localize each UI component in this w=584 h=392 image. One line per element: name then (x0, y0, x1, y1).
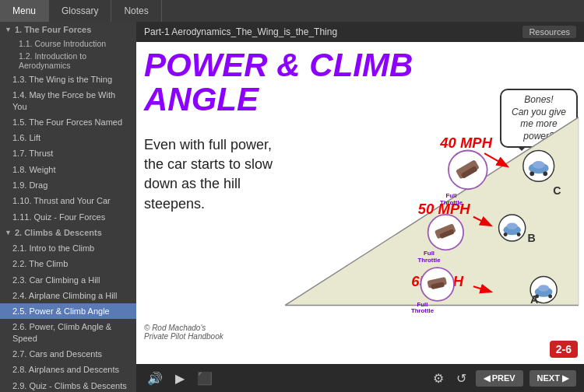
svg-point-33 (538, 285, 549, 292)
sidebar-item-lift[interactable]: 1.6. Lift (0, 130, 136, 145)
sidebar-item-four-forces-named[interactable]: 1.5. The Four Forces Named (0, 114, 136, 130)
nav-controls: ⚙ ↺ ◀ PREV NEXT ▶ (430, 369, 576, 387)
main-area: ▼ 1. The Four Forces 1.1. Course Introdu… (0, 22, 584, 392)
top-tabs: Menu Glossary Notes (0, 0, 584, 22)
svg-point-11 (533, 161, 545, 169)
svg-text:40 MPH: 40 MPH (439, 135, 492, 151)
content-title: Part-1 Aerodynamics_The_Wing_is_the_Thin… (144, 26, 337, 37)
sidebar-item-intro-aero[interactable]: 1.2. Introduction to Aerodynamics (0, 50, 136, 72)
sidebar-item-car-climbing[interactable]: 2.3. Car Climbing a Hill (0, 272, 136, 288)
sidebar-item-quiz-climbs[interactable]: 2.9. Quiz - Climbs & Descents (0, 378, 136, 392)
svg-text:Throttle: Throttle (440, 199, 463, 206)
slide-content: POWER & CLIMB ANGLE Even with full power… (136, 42, 584, 364)
sidebar-item-thrust-car[interactable]: 1.10. Thrust and Your Car (0, 193, 136, 208)
refresh-icon[interactable]: ↺ (453, 369, 470, 387)
stop-button[interactable]: ⬛ (194, 369, 216, 387)
sidebar-item-course-intro[interactable]: 1.1. Course Introduction (0, 37, 136, 50)
tab-menu[interactable]: Menu (0, 0, 49, 22)
sidebar-item-cars-descents[interactable]: 2.7. Cars and Descents (0, 346, 136, 362)
slide-area: POWER & CLIMB ANGLE Even with full power… (136, 42, 584, 364)
media-controls: 🔊 ▶ ⬛ (144, 369, 216, 387)
svg-point-23 (504, 233, 508, 236)
slide-body-text: Even with full power, the car starts to … (144, 135, 280, 214)
sidebar-section-climbs[interactable]: ▼ 2. Climbs & Descents (0, 225, 136, 240)
sidebar-item-power-climb-angle[interactable]: 2.5. Power & Climb Angle (0, 303, 136, 319)
bottom-controls: 🔊 ▶ ⬛ ⚙ ↺ ◀ PREV NEXT ▶ (136, 364, 584, 392)
sidebar: ▼ 1. The Four Forces 1.1. Course Introdu… (0, 22, 136, 392)
next-button[interactable]: NEXT ▶ (529, 370, 576, 387)
content-header: Part-1 Aerodynamics_The_Wing_is_the_Thin… (136, 22, 584, 42)
svg-point-13 (543, 172, 547, 177)
resources-button[interactable]: Resources (522, 26, 576, 38)
slide-copyright: © Rod Machado's Private Pilot Handbook (144, 324, 223, 341)
sidebar-item-quiz-four-forces[interactable]: 1.11. Quiz - Four Forces (0, 209, 136, 225)
sidebar-item-airplanes-descents[interactable]: 2.8. Airplanes and Descents (0, 362, 136, 377)
section-arrow-1: ▼ (5, 26, 12, 33)
sidebar-item-thrust[interactable]: 1.7. Thrust (0, 145, 136, 161)
section-arrow-2: ▼ (5, 229, 12, 236)
svg-text:Full: Full (446, 192, 457, 199)
svg-point-22 (507, 223, 518, 230)
slide-diagram: 40 MPH 50 MPH 65 MPH (269, 42, 584, 364)
svg-text:C: C (553, 184, 561, 197)
sidebar-item-intro-climb[interactable]: 2.1. Intro to the Climb (0, 240, 136, 256)
svg-text:B: B (528, 232, 536, 244)
sidebar-item-weight[interactable]: 1.8. Weight (0, 162, 136, 177)
sidebar-section-four-forces[interactable]: ▼ 1. The Four Forces (0, 22, 136, 37)
svg-point-24 (517, 233, 521, 236)
sidebar-item-force-with-you[interactable]: 1.4. May the Force be With You (0, 87, 136, 114)
prev-button[interactable]: ◀ PREV (476, 370, 523, 387)
content-panel: Part-1 Aerodynamics_The_Wing_is_the_Thin… (136, 22, 584, 392)
svg-point-35 (548, 295, 552, 299)
sidebar-item-drag[interactable]: 1.9. Drag (0, 177, 136, 193)
svg-text:A: A (530, 293, 538, 306)
sidebar-item-the-climb[interactable]: 2.2. The Climb (0, 256, 136, 271)
tab-notes[interactable]: Notes (111, 0, 161, 22)
volume-button[interactable]: 🔊 (144, 369, 166, 387)
sidebar-item-wing-thing[interactable]: 1.3. The Wing is the Thing (0, 72, 136, 87)
svg-text:Full: Full (424, 250, 434, 257)
tab-glossary[interactable]: Glossary (49, 0, 111, 22)
section-label-2: 2. Climbs & Descents (15, 228, 102, 237)
svg-point-12 (529, 172, 534, 177)
section-label-1: 1. The Four Forces (15, 25, 91, 34)
settings-icon[interactable]: ⚙ (430, 369, 447, 387)
sidebar-item-power-climb-speed[interactable]: 2.6. Power, Climb Angle & Speed (0, 319, 136, 346)
play-button[interactable]: ▶ (172, 369, 188, 387)
svg-line-4 (484, 153, 506, 166)
svg-text:Throttle: Throttle (418, 257, 442, 264)
sidebar-item-airplane-climbing[interactable]: 2.4. Airplane Climbing a Hill (0, 288, 136, 303)
svg-text:Full: Full (417, 301, 428, 308)
svg-text:Throttle: Throttle (411, 307, 434, 314)
